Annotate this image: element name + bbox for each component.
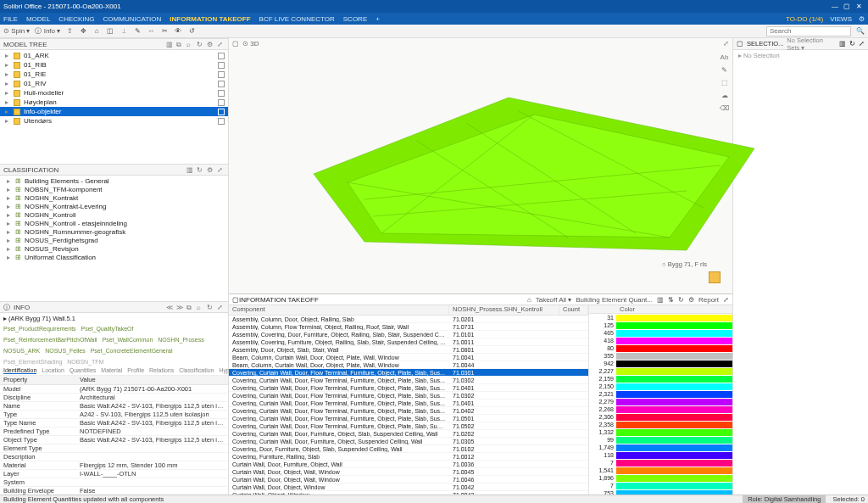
takeoff-row[interactable]: Assembly, Door, Object, Slab, Stair, Wal…	[229, 346, 588, 354]
tree-icon-1[interactable]: ▥	[166, 41, 174, 48]
tree-item[interactable]: ▸Utendørs	[0, 116, 228, 126]
property-row[interactable]: System	[0, 478, 228, 487]
classification-item[interactable]: ▸⊞NOSHN_Kontroll	[0, 210, 228, 219]
view-cube[interactable]	[709, 271, 721, 283]
viewport-3d-label[interactable]: ⊙ 3D	[242, 40, 259, 48]
color-row[interactable]: 99	[589, 436, 732, 444]
menu-checking[interactable]: CHECKING	[58, 15, 94, 23]
class-expand-icon[interactable]: ⤢	[217, 166, 225, 174]
classification-item[interactable]: ▸⊞NOSHN_Kontrakt	[0, 193, 228, 202]
takeoff-all-dropdown[interactable]: Takeoff All ▾	[536, 296, 572, 304]
property-row[interactable]: Object TypeBasic Wall:A242 - SV-103, Fib…	[0, 436, 228, 444]
property-row[interactable]: Type NameBasic Wall:A242 - SV-103, Fiber…	[0, 419, 228, 428]
selection-sets-dropdown[interactable]: No Selection Sets ▾	[787, 36, 832, 52]
class-icon-1[interactable]: ▥	[186, 166, 194, 174]
takeoff-row[interactable]: Covering, Curtain Wall, Door, Flow Termi…	[229, 407, 588, 415]
color-row[interactable]: 1,749	[589, 444, 732, 451]
classification-item[interactable]: ▸⊞NOSHN_Kontrakt-Levering	[0, 202, 228, 210]
search-icon[interactable]: 🔍	[856, 27, 865, 36]
takeoff-row[interactable]: Assembly, Column, Flow Terminal, Object,…	[229, 323, 588, 331]
pset-tab[interactable]: NOSHN_Prosess	[158, 337, 203, 343]
pset-tab[interactable]: Pset_ProductRequirements	[3, 326, 76, 332]
clip-icon[interactable]: ✂	[160, 27, 169, 36]
takeoff-row[interactable]: Curtain Wall, Door, Furniture, Object, W…	[229, 461, 588, 468]
class-icon-2[interactable]: ↻	[197, 166, 204, 174]
info-expand-icon[interactable]: ⤢	[217, 304, 225, 311]
takeoff-tool-4[interactable]: ⚙	[688, 296, 694, 304]
minimize-button[interactable]: —	[829, 3, 841, 10]
tree-icon-3[interactable]: ⌕	[186, 41, 194, 48]
maximize-button[interactable]: ▢	[841, 3, 853, 10]
pset-tab[interactable]: NOSUS_Felles	[45, 348, 85, 354]
status-role[interactable]: Role: Digital Samhandling	[743, 495, 826, 504]
viewport-collapse-icon[interactable]: ▢	[232, 40, 239, 48]
info-tool[interactable]: ⓘ Info ▾	[35, 26, 60, 36]
info-icon-2[interactable]: ⌕	[197, 304, 204, 311]
home-icon[interactable]: ⌂	[92, 27, 101, 36]
property-row[interactable]: NameBasic Wall:A242 - SV-103, Fibergips …	[0, 402, 228, 411]
takeoff-row[interactable]: Covering, Curtain Wall, Door, Flow Termi…	[229, 392, 588, 400]
color-row[interactable]: 2,279	[589, 398, 732, 405]
info-subtab[interactable]: Classification	[179, 367, 214, 374]
property-row[interactable]: Predefined TypeNOTDEFINED	[0, 428, 228, 436]
takeoff-tool-2[interactable]: ⇅	[668, 296, 674, 304]
col-code[interactable]: NOSHN_Prosess.SHN_Kontroll	[449, 305, 559, 315]
hide-icon[interactable]: 👁	[174, 27, 182, 36]
classification-item[interactable]: ▸⊞NOSHN_Kontroll - etasjeinndeling	[0, 219, 228, 227]
menu-communication[interactable]: COMMUNICATION	[103, 15, 162, 23]
info-nav-next[interactable]: ≫	[176, 304, 184, 311]
property-row[interactable]: Building EnvelopeFalse	[0, 487, 228, 495]
takeoff-row[interactable]: Curtain Wall, Door, Object, Wall, Window…	[229, 476, 588, 483]
color-row[interactable]: 2,268	[589, 405, 732, 413]
color-row[interactable]: 2,358	[589, 421, 732, 428]
color-row[interactable]: 465	[589, 329, 732, 337]
col-color[interactable]: Color	[620, 305, 635, 313]
pset-tab[interactable]: Pset_ReinforcementBarPitchOfWall	[3, 337, 97, 343]
property-row[interactable]: TypeA242 - SV-103, Fibergips 112,5 uten …	[0, 411, 228, 419]
color-row[interactable]: 1,896	[589, 474, 732, 482]
classification-item[interactable]: ▸⊞NOBSN_TFM-komponent	[0, 185, 228, 193]
takeoff-tool-1[interactable]: ▥	[657, 296, 664, 304]
sel-icon-2[interactable]: ↻	[849, 40, 855, 48]
3d-viewport[interactable]: ▢ ⊙ 3D ⤢ Ab ✎ ⬚ ☁ ⌫	[229, 38, 732, 294]
tree-item[interactable]: ▸01_ARK	[0, 51, 228, 60]
property-row[interactable]: LayerI-WALL-____-OTLN	[0, 470, 228, 478]
sel-expand-icon[interactable]: ⤢	[859, 40, 865, 48]
property-row[interactable]: Element Type	[0, 444, 228, 453]
color-row[interactable]: 2,227	[589, 367, 732, 375]
menu-bcf[interactable]: BCF LIVE CONNECTOR	[259, 15, 335, 23]
viewport-expand-icon[interactable]: ⤢	[723, 40, 729, 48]
color-row[interactable]: 1,332	[589, 428, 732, 436]
pset-tab[interactable]: Pset_ConcreteElementGeneral	[91, 348, 173, 354]
color-row[interactable]: 7	[589, 482, 732, 489]
takeoff-row[interactable]: Curtain Wall, Object, Window71.0043	[229, 491, 588, 495]
info-nav-prev[interactable]: ≪	[166, 304, 174, 311]
menu-score[interactable]: SCORE	[343, 15, 367, 23]
property-row[interactable]: Model(ARK Bygg 71) 215071-00-Aa200-X001	[0, 385, 228, 394]
info-icon-1[interactable]: ⧉	[186, 304, 194, 311]
markup-icon[interactable]: ✎	[133, 27, 142, 36]
measure-icon[interactable]: ⟂	[120, 27, 128, 36]
pan-icon[interactable]: ✥	[79, 27, 87, 36]
tree-item[interactable]: ▸Hull-modeller	[0, 88, 228, 98]
color-row[interactable]: 2,150	[589, 383, 732, 390]
vp-text-icon[interactable]: Ab	[720, 53, 729, 63]
pset-tab[interactable]: Pset_WallCommon	[103, 337, 153, 343]
col-component[interactable]: Component	[229, 305, 449, 315]
takeoff-row[interactable]: Covering, Curtain Wall, Door, Flow Termi…	[229, 377, 588, 384]
pset-tab[interactable]: NOSUS_ARK	[3, 348, 40, 354]
walk-icon[interactable]: ⇪	[65, 27, 74, 36]
pset-tab[interactable]: Pset_QualityTakeOf	[81, 326, 134, 332]
takeoff-grouping-dropdown[interactable]: Building Element Quant...	[576, 296, 653, 304]
menu-model[interactable]: MODEL	[26, 15, 50, 23]
color-row[interactable]: 1,541	[589, 467, 732, 474]
property-row[interactable]: Description	[0, 453, 228, 461]
col-count[interactable]: Count	[559, 305, 588, 315]
tree-item[interactable]: ▸Info-objekter	[0, 107, 228, 116]
color-row[interactable]: 355	[589, 352, 732, 360]
takeoff-row[interactable]: Covering, Curtain Wall, Door, Flow Termi…	[229, 384, 588, 392]
menu-add[interactable]: +	[376, 15, 380, 23]
takeoff-row[interactable]: Assembly, Covering, Furniture, Object, R…	[229, 338, 588, 346]
takeoff-row[interactable]: Covering, Curtain Wall, Door, Flow Termi…	[229, 400, 588, 407]
takeoff-row[interactable]: Beam, Column, Curtain Wall, Door, Object…	[229, 354, 588, 361]
